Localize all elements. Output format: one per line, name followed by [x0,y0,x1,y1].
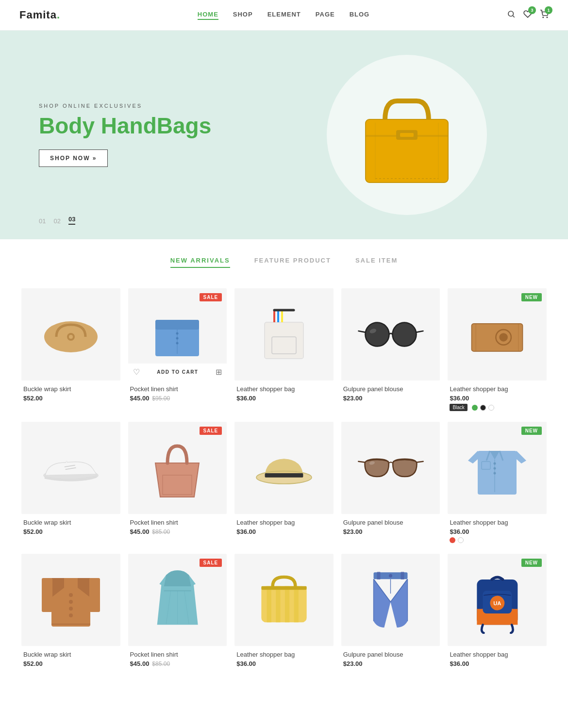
svg-point-20 [176,337,179,340]
new-badge-15: NEW [521,559,542,567]
product-image-14[interactable] [341,554,440,646]
product-image-9[interactable] [341,422,440,514]
product-name-9: Gulpure panel blouse [343,519,438,526]
hero-product-circle [327,55,487,215]
nav-shop[interactable]: SHOP [233,11,253,20]
product-price-2: $45.00$95.00 [130,395,225,402]
nav-blog[interactable]: BLOG [350,11,370,20]
svg-point-64 [69,593,73,597]
hero-dot-1[interactable]: 01 [39,217,46,225]
svg-rect-63 [89,578,100,612]
product-card-9: Gulpure panel blouse $23.00 [337,418,444,550]
product-image-svg-14 [365,566,416,634]
product-image-svg-9 [357,452,425,484]
color-dot-green-5[interactable] [472,405,478,411]
product-image-svg-5 [463,313,531,356]
logo[interactable]: Famita. [19,9,60,21]
navbar: Famita. HOME SHOP ELEMENT PAGE BLOG 3 1 [0,0,568,31]
hero-subtitle: SHOP ONLINE EXCLUSIVES [39,103,284,109]
hero-dot-3[interactable]: 03 [68,215,75,225]
product-price-11: $52.00 [23,660,118,667]
nav-page[interactable]: PAGE [316,11,335,20]
search-icon[interactable] [507,10,516,21]
product-info-6: Buckle wrap skirt $52.00 [21,514,120,538]
product-image-svg-15: UA [466,566,529,634]
product-image-10[interactable]: NEW [448,422,547,514]
svg-rect-4 [366,119,448,182]
product-image-1[interactable] [21,288,120,381]
svg-point-56 [494,467,496,470]
svg-point-19 [176,332,179,335]
new-badge-10: NEW [521,427,542,435]
svg-rect-62 [42,578,52,612]
color-dot-red-10[interactable] [450,537,455,543]
svg-line-48 [417,462,423,463]
svg-point-67 [69,613,73,617]
product-info-2: Pocket linen shirt $45.00$95.00 [128,381,227,405]
new-badge-5: NEW [521,293,542,301]
product-name-8: Leather shopper bag [236,519,332,526]
svg-rect-78 [261,586,306,590]
product-price-5: $36.00 [450,395,545,402]
product-image-13[interactable] [234,554,334,646]
hero-image [284,55,529,215]
tab-sale-item[interactable]: SALE ITEM [355,257,398,268]
shop-now-button[interactable]: SHOP NOW » [39,149,108,167]
tab-feature-product[interactable]: FEATURE PRODUCT [254,257,331,268]
wishlist-icon[interactable]: 3 [523,10,532,21]
product-tabs: NEW ARRIVALS FEATURE PRODUCT SALE ITEM [0,239,568,273]
sale-badge-7: SALE [200,427,222,435]
hero-dot-2[interactable]: 02 [53,217,60,225]
color-dot-black-5[interactable] [480,405,486,411]
color-dot-white-5[interactable] [488,405,494,411]
color-dot-white-10[interactable] [458,537,464,543]
product-card-5: NEW Leather shopper bag $36.00 Black [444,284,551,418]
hero-section: SHOP ONLINE EXCLUSIVES Body HandBags SHO… [0,31,568,239]
product-image-8[interactable] [234,422,334,514]
nav-links: HOME SHOP ELEMENT PAGE BLOG [198,11,369,20]
product-price-4: $23.00 [343,395,438,402]
nav-home[interactable]: HOME [198,11,218,20]
product-image-15[interactable]: NEW UA [448,554,547,646]
svg-point-85 [389,574,392,578]
quickview-action-icon[interactable]: ⊞ [216,367,222,377]
svg-point-21 [176,342,179,345]
product-card-3: Leather shopper bag $36.00 [231,284,337,418]
product-image-7[interactable]: SALE [128,422,227,514]
tab-new-arrivals[interactable]: NEW ARRIVALS [170,257,230,268]
svg-rect-22 [265,322,303,359]
svg-point-0 [508,11,514,17]
product-image-svg-13 [250,570,318,629]
product-image-svg-3 [250,305,318,364]
product-info-5: Leather shopper bag $36.00 Black [448,381,547,414]
product-image-11[interactable] [21,554,120,646]
product-image-12[interactable]: SALE [128,554,227,646]
product-image-2[interactable]: SALE ♡ ADD TO CART ⊞ [128,288,227,381]
wishlist-badge: 3 [528,6,536,14]
cart-badge: 1 [545,6,552,14]
product-image-4[interactable] [341,288,440,381]
product-image-3[interactable] [234,288,334,381]
svg-rect-74 [267,586,271,623]
product-info-8: Leather shopper bag $36.00 [234,514,334,538]
svg-point-38 [500,333,508,342]
product-image-svg-10 [463,436,531,499]
svg-rect-82 [377,572,381,579]
cart-icon[interactable]: 1 [540,10,549,21]
product-card-7: SALE Pocket linen shirt $45.00$85.00 [124,418,231,550]
product-info-3: Leather shopper bag $36.00 [234,381,334,405]
product-card-12: SALE Pocket linen shirt $45.00$85.00 [124,550,231,674]
add-to-cart-button-2[interactable]: ADD TO CART [140,369,216,375]
color-label-5: Black [450,404,467,411]
svg-point-55 [494,463,496,465]
nav-icons: 3 1 [507,10,549,21]
product-name-5: Leather shopper bag [450,385,545,393]
product-image-5[interactable]: NEW [448,288,547,381]
wishlist-action-icon[interactable]: ♡ [133,367,140,377]
product-name-7: Pocket linen shirt [130,519,225,526]
nav-element[interactable]: ELEMENT [267,11,301,20]
product-name-1: Buckle wrap skirt [23,385,118,393]
product-image-6[interactable] [21,422,120,514]
product-card-4: Gulpure panel blouse $23.00 [337,284,444,418]
product-info-14: Gulpure panel blouse $23.00 [341,646,440,670]
